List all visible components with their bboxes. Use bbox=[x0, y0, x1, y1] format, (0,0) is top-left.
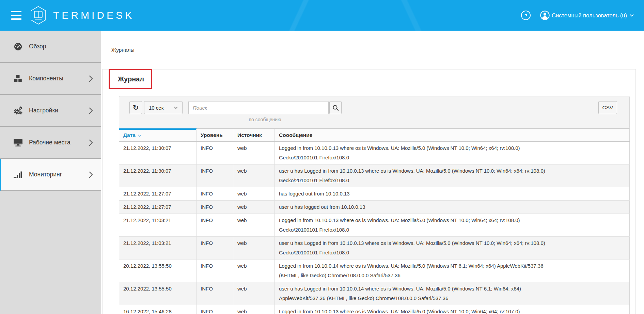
journal-card: Журнал ↻ 10 сек bbox=[102, 69, 636, 314]
cell-message: has logged out from 10.10.0.13 bbox=[275, 187, 630, 201]
cell-message: user u has Logged in from 10.10.0.14 whe… bbox=[275, 282, 630, 305]
table-row: 20.12.2022, 13:55:50INFOwebuser u has Lo… bbox=[119, 282, 630, 305]
sidebar-item-components[interactable]: Компоненты bbox=[0, 63, 101, 95]
log-toolbar: ↻ 10 сек CSV bbox=[119, 96, 630, 128]
sidebar-item-label: Рабочие места bbox=[29, 139, 70, 146]
sidebar: Обзор Компоненты Настройки Рабочие места… bbox=[0, 31, 101, 314]
cell-source: web bbox=[233, 214, 275, 237]
table-row: 20.12.2022, 13:55:50INFOwebLogged in fro… bbox=[119, 260, 630, 282]
interval-dropdown[interactable]: 10 сек bbox=[144, 101, 183, 114]
cell-date: 21.12.2022, 11:27:07 bbox=[119, 201, 197, 214]
refresh-icon: ↻ bbox=[133, 104, 139, 112]
sidebar-item-label: Компоненты bbox=[29, 75, 63, 82]
chevron-down-icon bbox=[174, 107, 178, 109]
breadcrumb: Журналы bbox=[101, 31, 644, 69]
main-content: Журналы Журнал ↻ 10 сек bbox=[101, 31, 644, 314]
cell-message: user u has logged out from 10.10.0.13 bbox=[275, 201, 630, 214]
refresh-button[interactable]: ↻ bbox=[129, 101, 142, 114]
hamburger-menu-icon[interactable] bbox=[11, 11, 21, 20]
cell-level: INFO bbox=[197, 282, 233, 305]
cell-date: 21.12.2022, 11:30:07 bbox=[119, 164, 197, 187]
cell-level: INFO bbox=[197, 164, 233, 187]
cell-message: Logged in from 10.10.0.13 where os is Wi… bbox=[275, 305, 630, 314]
cell-message: user u has Logged in from 10.10.0.13 whe… bbox=[275, 164, 630, 187]
cell-message: Logged in from 10.10.0.13 where os is Wi… bbox=[275, 214, 630, 237]
cell-date: 21.12.2022, 11:27:07 bbox=[119, 187, 197, 201]
user-avatar-icon bbox=[540, 11, 550, 20]
cell-level: INFO bbox=[197, 201, 233, 214]
cubes-icon bbox=[12, 74, 24, 83]
table-row: 21.12.2022, 11:27:07INFOwebuser u has lo… bbox=[119, 201, 630, 214]
user-menu[interactable]: Системный пользователь (u) bbox=[540, 11, 634, 20]
cell-message: Logged in from 10.10.0.13 where os is Wi… bbox=[275, 142, 630, 164]
cell-level: INFO bbox=[197, 237, 233, 260]
topbar: TERMIDESK ? Системный пользователь (u) bbox=[0, 0, 644, 31]
chevron-right-icon bbox=[89, 75, 93, 82]
chart-icon bbox=[12, 170, 24, 179]
table-row: 21.12.2022, 11:03:21INFOwebLogged in fro… bbox=[119, 214, 630, 237]
table-row: 21.12.2022, 11:27:07INFOwebhas logged ou… bbox=[119, 187, 630, 201]
logo-hexagon-icon bbox=[30, 6, 46, 25]
column-header-level[interactable]: Уровень bbox=[197, 129, 233, 142]
cell-source: web bbox=[233, 305, 275, 314]
sort-desc-icon bbox=[138, 132, 141, 138]
csv-export-button[interactable]: CSV bbox=[598, 101, 617, 114]
cell-source: web bbox=[233, 237, 275, 260]
interval-value: 10 сек bbox=[149, 105, 163, 111]
sidebar-item-label: Обзор bbox=[29, 43, 46, 50]
search-field-hint: по сообщению bbox=[188, 117, 342, 122]
desktop-icon bbox=[12, 138, 24, 147]
table-row: 21.12.2022, 11:03:21INFOwebuser u has Lo… bbox=[119, 237, 630, 260]
chevron-right-icon bbox=[89, 139, 93, 146]
search-icon bbox=[332, 105, 339, 111]
cell-level: INFO bbox=[197, 214, 233, 237]
column-header-source[interactable]: Источник bbox=[233, 129, 275, 142]
cell-source: web bbox=[233, 201, 275, 214]
brand-wordmark: TERMIDESK bbox=[53, 10, 134, 21]
log-table: ДатаУровеньИсточникСоообщение 21.12.2022… bbox=[119, 128, 630, 314]
table-row: 21.12.2022, 11:30:07INFOwebuser u has Lo… bbox=[119, 164, 630, 187]
cell-level: INFO bbox=[197, 142, 233, 164]
sidebar-item-workplaces[interactable]: Рабочие места bbox=[0, 127, 101, 159]
chevron-right-icon bbox=[89, 107, 93, 114]
search-button[interactable] bbox=[329, 101, 342, 114]
page-title: Журнал bbox=[103, 69, 635, 85]
cell-date: 21.12.2022, 11:30:07 bbox=[119, 142, 197, 164]
cell-source: web bbox=[233, 142, 275, 164]
cell-date: 21.12.2022, 11:03:21 bbox=[119, 237, 197, 260]
cell-source: web bbox=[233, 164, 275, 187]
gauge-icon bbox=[12, 42, 24, 51]
gears-icon bbox=[12, 106, 24, 115]
search-input[interactable] bbox=[188, 101, 329, 114]
sidebar-item-monitoring[interactable]: Мониторинг bbox=[0, 159, 101, 191]
user-name: Системный пользователь (u) bbox=[552, 12, 627, 19]
sidebar-item-overview[interactable]: Обзор bbox=[0, 31, 101, 63]
cell-date: 20.12.2022, 13:55:50 bbox=[119, 260, 197, 282]
help-icon[interactable]: ? bbox=[521, 11, 531, 20]
cell-level: INFO bbox=[197, 305, 233, 314]
sidebar-item-label: Настройки bbox=[29, 107, 58, 114]
termidesk-logo: TERMIDESK bbox=[30, 6, 134, 25]
cell-level: INFO bbox=[197, 260, 233, 282]
table-row: 21.12.2022, 11:30:07INFOwebLogged in fro… bbox=[119, 142, 630, 164]
cell-message: Logged in from 10.10.0.14 where os is Wi… bbox=[275, 260, 630, 282]
sidebar-item-settings[interactable]: Настройки bbox=[0, 95, 101, 127]
cell-message: user u has Logged in from 10.10.0.13 whe… bbox=[275, 237, 630, 260]
cell-source: web bbox=[233, 187, 275, 201]
cell-date: 21.12.2022, 11:03:21 bbox=[119, 214, 197, 237]
cell-date: 20.12.2022, 13:55:50 bbox=[119, 282, 197, 305]
column-header-message[interactable]: Соообщение bbox=[275, 129, 630, 142]
cell-level: INFO bbox=[197, 187, 233, 201]
cell-source: web bbox=[233, 260, 275, 282]
column-header-date[interactable]: Дата bbox=[119, 129, 197, 142]
chevron-down-icon bbox=[630, 14, 634, 17]
cell-source: web bbox=[233, 282, 275, 305]
cell-date: 16.12.2022, 15:46:28 bbox=[119, 305, 197, 314]
chevron-right-icon bbox=[89, 171, 93, 178]
sidebar-item-label: Мониторинг bbox=[29, 171, 62, 178]
table-row: 16.12.2022, 15:46:28INFOwebLogged in fro… bbox=[119, 305, 630, 314]
